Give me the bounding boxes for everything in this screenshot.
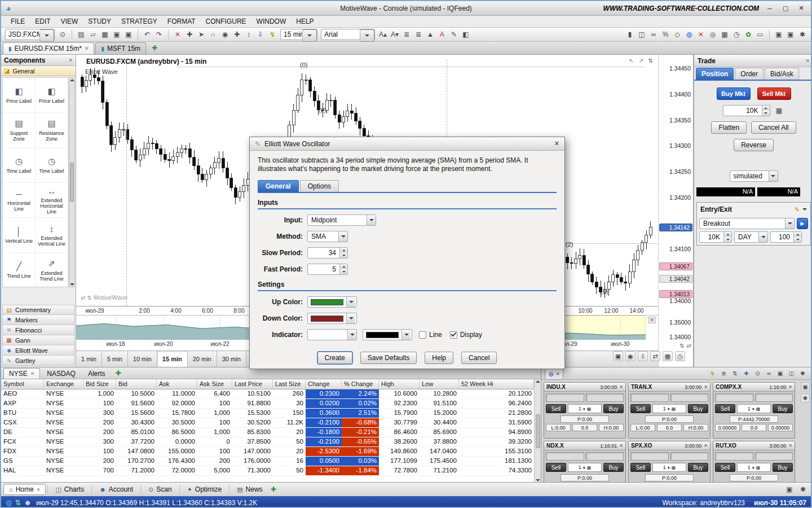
symbol-combo[interactable]: JSD.FXCM	[5, 29, 55, 40]
column-header-high[interactable]: High	[379, 379, 420, 389]
timeframe-button-20min[interactable]: 20 min	[188, 351, 217, 367]
bar-spacing-icon[interactable]: ≣	[413, 29, 424, 40]
grid-icon[interactable]: ▦	[672, 465, 676, 470]
tif-select[interactable]: DAY	[734, 231, 768, 243]
add-watchlist-icon[interactable]: ✚	[116, 369, 121, 377]
toolbar-settings-icon[interactable]: ✱	[797, 29, 808, 40]
indicator-select[interactable]	[307, 329, 357, 340]
copy-icon[interactable]: ▣	[123, 29, 134, 40]
dialog-tab-general[interactable]: General	[258, 180, 299, 192]
trade-tab-position[interactable]: Position	[696, 68, 734, 80]
component-extended-vertical-line[interactable]: ↕Extended Vertical Line	[36, 218, 68, 253]
timeframe-button-15min[interactable]: 15 min	[157, 351, 188, 367]
cancel-button[interactable]: Cancel	[461, 352, 497, 364]
timeframe-button-1min[interactable]: 1 min	[76, 351, 102, 367]
study-label[interactable]: Elliott Wave	[85, 68, 118, 75]
component-time-label[interactable]: ◷Time Label	[36, 148, 68, 183]
pin-icon[interactable]: ◉	[219, 29, 231, 40]
dialog-tab-options[interactable]: Options	[300, 180, 339, 192]
component-time-label[interactable]: ◷Time Label	[3, 148, 36, 183]
overview-close-icon[interactable]: ✕	[648, 317, 656, 323]
up-color-select[interactable]	[307, 296, 357, 308]
chevron-down-icon[interactable]	[346, 297, 355, 307]
menu-edit[interactable]: EDIT	[30, 16, 55, 27]
chevron-down-icon[interactable]	[346, 313, 355, 323]
column-header--change[interactable]: % Change	[342, 379, 379, 389]
component-resistance-zone[interactable]: ▤Resistance Zone	[36, 113, 68, 148]
alerts-icon[interactable]: ◷	[731, 29, 742, 40]
float-window-icon[interactable]: ▣	[773, 29, 784, 40]
dom-sell-button[interactable]: Sell	[630, 404, 651, 413]
link-windows-icon[interactable]: ∞	[648, 29, 659, 40]
components-group-general[interactable]: ◪ General	[1, 66, 76, 76]
quotes-tab-nasdaq[interactable]: NASDAQ	[41, 368, 81, 379]
pages-icon[interactable]: ▣	[801, 382, 810, 391]
column-header-symbol[interactable]: Symbol	[1, 379, 44, 389]
dom-sell-button[interactable]: Sell	[546, 404, 566, 413]
quote-row-FCX[interactable]: FCXNYSE30037.72000.0000037.850050-0.2100…	[1, 437, 534, 447]
dom-buy-button[interactable]: Buy	[773, 463, 793, 472]
pan-right-icon[interactable]: ↗	[637, 56, 645, 64]
column-header-bid[interactable]: Bid	[116, 379, 157, 389]
minimize-button[interactable]: ─	[765, 5, 775, 12]
dom-sell-button[interactable]: Sell	[630, 463, 651, 472]
spin-down-icon[interactable]	[340, 253, 347, 258]
add-symbol-icon[interactable]: ✚	[742, 369, 751, 378]
trade-tab-order[interactable]: Order	[735, 68, 764, 80]
chevron-down-icon[interactable]	[302, 29, 317, 42]
fill-icon[interactable]: ◧	[460, 29, 471, 40]
dom-widget-RUT.XO[interactable]: RUT.XO3:00:00✕Sell1♦▦BuyP:0.00L:0.000.0H…	[713, 441, 795, 483]
buy-mkt-button[interactable]: Buy Mkt	[717, 87, 751, 100]
pan-left-icon[interactable]: ↖	[628, 56, 636, 64]
scroll-down-icon[interactable]: ⇄	[687, 343, 691, 349]
widget-close-icon[interactable]: ✕	[704, 443, 708, 448]
spin-up-icon[interactable]	[340, 248, 347, 253]
chevron-down-icon[interactable]	[338, 231, 347, 242]
spin-down-icon[interactable]	[724, 237, 731, 242]
spin-down-icon[interactable]	[794, 237, 801, 242]
column-header-bid-size[interactable]: Bid Size	[83, 379, 116, 389]
download-data-icon[interactable]: ⇩	[255, 29, 266, 40]
scroll-up-icon[interactable]: ⇅	[679, 343, 684, 349]
component-trend-line[interactable]: ╱Trend Line	[3, 253, 36, 287]
dom-quantity-stepper[interactable]: 1♦▦	[737, 404, 771, 413]
quote-row-BTU[interactable]: BTUNYSE30015.560015.78001,00015.53001500…	[1, 409, 534, 418]
dom-quantity-stepper[interactable]: 1♦▦	[568, 404, 602, 413]
quote-row-HAL[interactable]: HALNYSE70071.200072.00005,00071.300050-1…	[1, 466, 534, 476]
sell-mkt-button[interactable]: Sell Mkt	[757, 87, 791, 100]
components-group-gann[interactable]: ▦Gann	[2, 335, 74, 345]
replay-icon[interactable]: ↯	[267, 29, 278, 40]
eco-icon[interactable]: ✿	[743, 29, 754, 40]
dom-widget-INDU.X[interactable]: INDU.X3:00:00✕Sell1♦▦BuyP:0.00L:0.000.0H…	[544, 382, 626, 439]
taskbar-item-account[interactable]: ☻Account	[94, 484, 139, 495]
maximize-button[interactable]: ▢	[780, 5, 791, 12]
column-header-exchange[interactable]: Exchange	[44, 379, 83, 389]
menu-format[interactable]: FORMAT	[162, 16, 201, 27]
column-header-ask-size[interactable]: Ask Size	[197, 379, 232, 389]
print-icon[interactable]: ▣	[111, 29, 122, 40]
dialog-title-bar[interactable]: ✎ Elliott Wave Oscillator ✕	[250, 137, 564, 151]
grid-icon[interactable]: ▦	[672, 406, 676, 411]
list-icon[interactable]: ≣	[719, 369, 729, 378]
chevron-down-icon[interactable]	[39, 29, 54, 42]
calendar-icon[interactable]: ▦	[663, 351, 673, 361]
run-strategy-button[interactable]: ▶	[797, 218, 808, 229]
grid-icon[interactable]: ▦	[587, 465, 592, 470]
line-checkbox[interactable]	[419, 331, 426, 339]
column-header-last-price[interactable]: Last Price	[232, 379, 273, 389]
axis-scroll-icons[interactable]: ⇅⇄	[679, 343, 691, 349]
grid-icon[interactable]: ▦	[719, 29, 730, 40]
column-header-low[interactable]: Low	[420, 379, 459, 389]
spin-up-icon[interactable]	[724, 232, 731, 237]
new-document-icon[interactable]: ▤	[76, 29, 87, 40]
dom-widget-COMPX.X[interactable]: COMPX.X1:16:00✕Sell1♦▦BuyP:4442.700000.0…	[713, 382, 795, 439]
open-folder-icon[interactable]: ▱	[87, 29, 99, 40]
slow-period-stepper[interactable]: 34	[307, 247, 348, 259]
doc-tab-eurusd.fxcm[interactable]: ▮EURUSD.FXCM 15m*✕	[3, 42, 94, 54]
component-price-label[interactable]: ◧Price Label	[3, 78, 36, 113]
grid-icon[interactable]: ▦	[756, 406, 761, 411]
dom-sell-button[interactable]: Sell	[715, 404, 735, 413]
components-group-fibonacci[interactable]: ≋Fibonacci	[2, 325, 74, 335]
display-checkbox[interactable]	[450, 331, 457, 339]
eye-icon[interactable]: ◉	[625, 351, 636, 361]
